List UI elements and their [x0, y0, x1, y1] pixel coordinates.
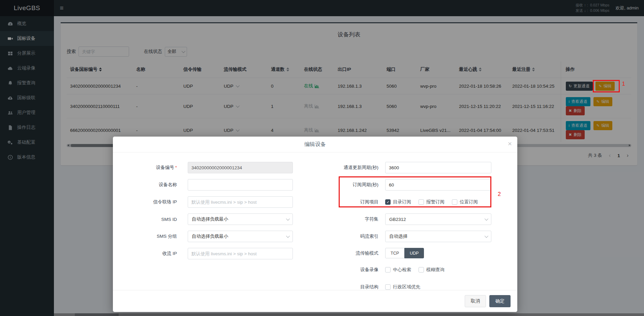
stream-index-select[interactable]: 自动选择: [385, 231, 491, 242]
modal-header: 编辑设备 ×: [113, 137, 517, 152]
charset-select[interactable]: GB2312: [385, 213, 491, 225]
subscribe-items-label: 订阅项目: [315, 199, 378, 205]
checkbox-icon[interactable]: [385, 199, 391, 205]
channel-refresh-label: 通道更新周期(秒): [315, 165, 378, 171]
recv-ip-label: 收流 IP: [113, 251, 177, 257]
device-name-label: 设备名称: [113, 182, 177, 188]
device-record-group: 中心检索 模糊查询: [385, 264, 491, 276]
sip-contact-ip-label: 信令联络 IP: [113, 199, 177, 205]
stream-mode-label: 流传输模式: [315, 250, 378, 256]
checkbox-icon[interactable]: [419, 199, 424, 205]
checkbox-icon[interactable]: [385, 267, 391, 272]
dir-structure-label: 目录结构: [315, 284, 378, 290]
alarm-subscribe-checkbox[interactable]: 报警订阅: [419, 199, 444, 205]
modal-title: 编辑设备: [304, 141, 326, 148]
cancel-button[interactable]: 取消: [465, 295, 486, 307]
chevron-down-icon: [286, 217, 290, 221]
modal-body: 设备编号* 设备名称 信令联络 IP SMS ID 自动选择负载最小 SMS 分…: [113, 152, 517, 298]
sms-id-select[interactable]: 自动选择负载最小: [188, 213, 293, 225]
close-icon[interactable]: ×: [508, 140, 512, 147]
stream-mode-toggle: TCP UDP: [385, 248, 424, 258]
device-id-label: 设备编号*: [113, 165, 177, 171]
modal-right-column: 通道更新周期(秒) 订阅周期(秒) 订阅项目 目录订阅 报警订阅 位置订阅: [315, 162, 517, 298]
chevron-down-icon: [485, 234, 488, 238]
sms-group-label: SMS 分组: [113, 233, 177, 239]
annotation-number-2: 2: [498, 191, 501, 197]
sip-contact-ip-field[interactable]: [188, 196, 293, 208]
ok-button[interactable]: 确定: [489, 295, 511, 307]
device-record-label: 设备录像: [315, 267, 378, 273]
chevron-down-icon: [485, 217, 488, 221]
annotation-number-1: 1: [622, 81, 625, 87]
recv-ip-field[interactable]: [188, 248, 293, 259]
checkbox-icon[interactable]: [419, 267, 424, 272]
modal-footer: 取消 确定: [113, 290, 517, 312]
center-search-checkbox[interactable]: 中心检索: [385, 267, 411, 273]
checkbox-icon[interactable]: [385, 284, 391, 290]
channel-refresh-field[interactable]: [385, 162, 491, 173]
subscribe-section: 订阅周期(秒) 订阅项目 目录订阅 报警订阅 位置订阅 2: [315, 179, 517, 208]
required-asterisk: *: [175, 165, 177, 170]
chevron-down-icon: [286, 234, 290, 238]
checkbox-icon[interactable]: [452, 199, 457, 205]
device-name-field[interactable]: [188, 179, 293, 191]
subscribe-items-group: 目录订阅 报警订阅 位置订阅: [385, 196, 491, 208]
edit-device-modal: 编辑设备 × 设备编号* 设备名称 信令联络 IP SMS ID 自动选择负载最…: [113, 137, 517, 312]
charset-label: 字符集: [315, 216, 378, 222]
tcp-toggle-button[interactable]: TCP: [385, 248, 404, 258]
device-id-field: [188, 162, 293, 173]
catalog-subscribe-checkbox[interactable]: 目录订阅: [385, 199, 411, 205]
modal-left-column: 设备编号* 设备名称 信令联络 IP SMS ID 自动选择负载最小 SMS 分…: [113, 162, 315, 298]
sms-id-label: SMS ID: [113, 217, 177, 222]
stream-index-label: 码流索引: [315, 233, 378, 239]
subscribe-period-label: 订阅周期(秒): [315, 182, 378, 188]
sms-group-select[interactable]: 自动选择负载最小: [188, 231, 293, 242]
subscribe-period-field[interactable]: [385, 179, 491, 191]
admin-region-priority-checkbox[interactable]: 行政区域优先: [385, 284, 420, 290]
fuzzy-query-checkbox[interactable]: 模糊查询: [419, 267, 444, 273]
position-subscribe-checkbox[interactable]: 位置订阅: [452, 199, 478, 205]
udp-toggle-button[interactable]: UDP: [404, 248, 424, 258]
